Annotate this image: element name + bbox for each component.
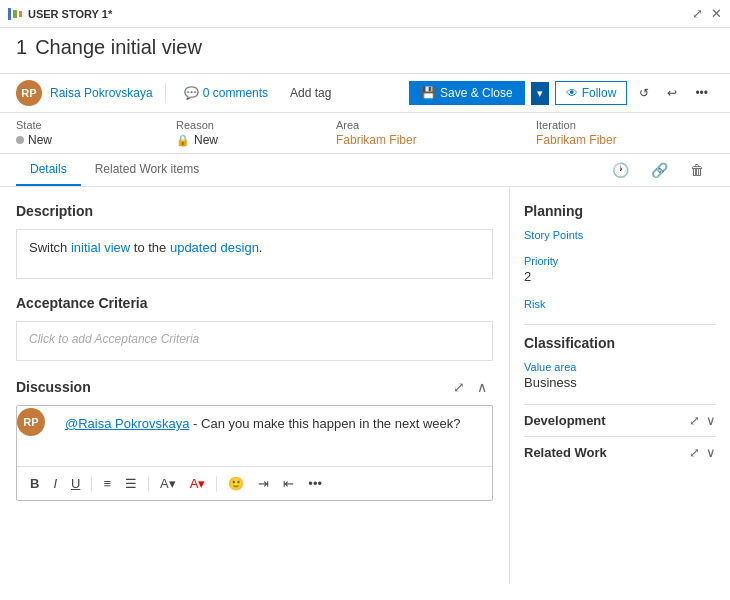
description-title: Description: [16, 203, 493, 219]
highlight-button[interactable]: A▾: [155, 473, 181, 494]
discussion-avatar-initials: RP: [23, 416, 38, 428]
toolbar: RP Raisa Pokrovskaya 💬 0 comments Add ta…: [0, 74, 730, 113]
more-formatting-button[interactable]: •••: [303, 473, 327, 494]
related-work-title: Related Work: [524, 445, 607, 460]
discussion-message: - Can you make this happen in the next w…: [189, 416, 460, 431]
history-icon[interactable]: 🕐: [602, 156, 639, 184]
related-work-chevron-icon: ∨: [706, 445, 716, 460]
save-label: Save & Close: [440, 86, 513, 100]
save-dropdown-button[interactable]: ▾: [531, 82, 549, 105]
planning-divider: [524, 324, 716, 325]
align-left-button[interactable]: ≡: [98, 473, 116, 494]
discussion-title: Discussion: [16, 379, 447, 395]
indent-button[interactable]: ⇥: [253, 473, 274, 494]
iteration-label: Iteration: [536, 119, 730, 131]
refresh-button[interactable]: ↺: [633, 82, 655, 104]
story-points-label: Story Points: [524, 229, 716, 241]
reason-field: Reason 🔒 New: [176, 119, 336, 147]
story-points-field: Story Points: [524, 229, 716, 241]
state-field: State New: [16, 119, 176, 147]
comments-button[interactable]: 💬 0 comments: [178, 82, 274, 104]
comment-icon: 💬: [184, 86, 199, 100]
tab-related-work-items[interactable]: Related Work items: [81, 154, 213, 186]
outdent-button[interactable]: ⇤: [278, 473, 299, 494]
description-highlight-updated: updated: [170, 240, 217, 255]
development-section[interactable]: Development ⤢ ∨: [524, 404, 716, 436]
discussion-toolbar: B I U ≡ ☰ A▾ A▾ 🙂 ⇥ ⇤ •••: [17, 466, 492, 500]
add-tag-button[interactable]: Add tag: [282, 82, 339, 104]
value-area-field: Value area Business: [524, 361, 716, 390]
description-text-part3: to the: [130, 240, 170, 255]
description-box[interactable]: Switch initial view to the updated desig…: [16, 229, 493, 279]
user-name[interactable]: Raisa Pokrovskaya: [50, 86, 153, 100]
user-story-icon: [8, 7, 22, 21]
follow-button[interactable]: 👁 Follow: [555, 81, 628, 105]
state-value[interactable]: New: [28, 133, 52, 147]
follow-label: Follow: [582, 86, 617, 100]
area-field: Area Fabrikam Fiber: [336, 119, 536, 147]
more-button[interactable]: •••: [689, 82, 714, 104]
description-highlight-view: view: [104, 240, 130, 255]
minimize-button[interactable]: ⤢: [692, 6, 703, 21]
title-bar: USER STORY 1* ⤢ ✕: [0, 0, 730, 28]
lock-icon: 🔒: [176, 134, 190, 147]
tab-details[interactable]: Details: [16, 154, 81, 186]
link-icon[interactable]: 🔗: [641, 156, 678, 184]
font-color-button[interactable]: A▾: [185, 473, 211, 494]
work-item-title: Change initial view: [35, 36, 202, 59]
risk-label: Risk: [524, 298, 716, 310]
classification-title: Classification: [524, 335, 716, 351]
description-highlight-design: design: [221, 240, 259, 255]
italic-button[interactable]: I: [48, 473, 62, 494]
description-text-part1: Switch: [29, 240, 71, 255]
reason-label: Reason: [176, 119, 336, 131]
discussion-collapse-button[interactable]: ∧: [471, 377, 493, 397]
work-item-id: 1: [16, 36, 27, 59]
area-label: Area: [336, 119, 536, 131]
value-area-value[interactable]: Business: [524, 375, 716, 390]
undo-button[interactable]: ↩: [661, 82, 683, 104]
close-button[interactable]: ✕: [711, 6, 722, 21]
save-close-button[interactable]: 💾 Save & Close: [409, 81, 525, 105]
discussion-content[interactable]: @Raisa Pokrovskaya - Can you make this h…: [53, 406, 472, 466]
discussion-body: RP @Raisa Pokrovskaya - Can you make thi…: [16, 405, 493, 501]
acceptance-box[interactable]: Click to add Acceptance Criteria: [16, 321, 493, 361]
bullet-list-button[interactable]: ☰: [120, 473, 142, 494]
underline-button[interactable]: U: [66, 473, 85, 494]
emoji-button[interactable]: 🙂: [223, 473, 249, 494]
comments-label: 0 comments: [203, 86, 268, 100]
development-expand-icon: ⤢: [689, 413, 700, 428]
avatar-initials: RP: [21, 87, 36, 99]
discussion-expand-button[interactable]: ⤢: [447, 377, 471, 397]
state-label: State: [16, 119, 176, 131]
acceptance-placeholder: Click to add Acceptance Criteria: [29, 332, 199, 346]
value-area-label: Value area: [524, 361, 716, 373]
left-panel: Description Switch initial view to the u…: [0, 187, 510, 584]
area-value[interactable]: Fabrikam Fiber: [336, 133, 536, 147]
bold-button[interactable]: B: [25, 473, 44, 494]
delete-icon[interactable]: 🗑: [680, 156, 714, 184]
tabs-row: Details Related Work items 🕐 🔗 🗑: [0, 154, 730, 187]
discussion-avatar: RP: [17, 408, 45, 436]
work-item-header: 1 Change initial view: [0, 28, 730, 74]
title-bar-title: USER STORY 1*: [28, 8, 686, 20]
fields-row: State New Reason 🔒 New Area Fabrikam Fib…: [0, 113, 730, 154]
right-panel: Planning Story Points Priority 2 Risk Cl…: [510, 187, 730, 584]
description-text-part5: .: [259, 240, 263, 255]
acceptance-title: Acceptance Criteria: [16, 295, 493, 311]
priority-field: Priority 2: [524, 255, 716, 284]
save-icon: 💾: [421, 86, 436, 100]
related-work-section[interactable]: Related Work ⤢ ∨: [524, 436, 716, 468]
development-title: Development: [524, 413, 606, 428]
discussion-mention[interactable]: @Raisa Pokrovskaya: [65, 416, 189, 431]
toolbar-divider: [165, 83, 166, 103]
description-highlight-initial: initial: [71, 240, 101, 255]
risk-field: Risk: [524, 298, 716, 310]
state-dot: [16, 136, 24, 144]
iteration-value[interactable]: Fabrikam Fiber: [536, 133, 730, 147]
priority-label: Priority: [524, 255, 716, 267]
reason-value[interactable]: New: [194, 133, 218, 147]
priority-value[interactable]: 2: [524, 269, 716, 284]
eye-icon: 👁: [566, 86, 578, 100]
related-work-expand-icon: ⤢: [689, 445, 700, 460]
